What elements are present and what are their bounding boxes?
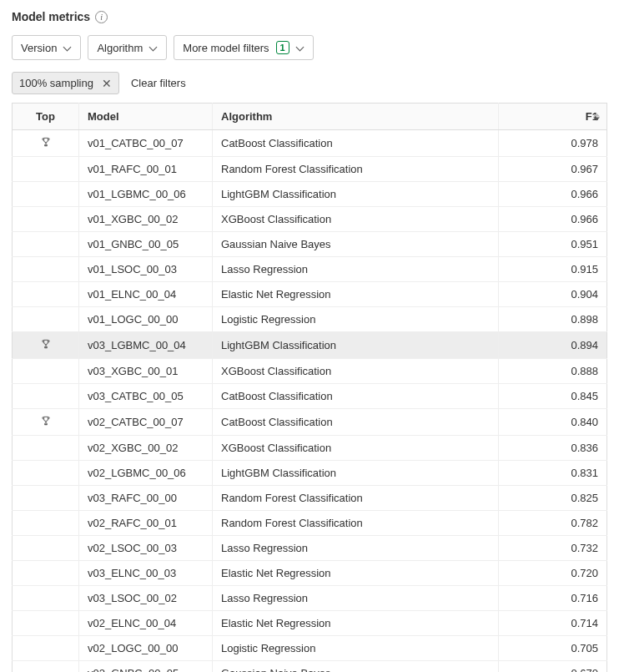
cell-algorithm: Random Forest Classification — [213, 157, 499, 182]
table-row[interactable]: v02_GNBC_00_05Gaussian Naive Bayes0.670 — [13, 661, 607, 673]
cell-top — [13, 409, 79, 436]
cell-algorithm: LightGBM Classification — [213, 182, 499, 207]
cell-top — [13, 384, 79, 409]
algorithm-filter-button[interactable]: Algorithm — [88, 35, 167, 60]
cell-algorithm: Random Forest Classification — [213, 511, 499, 536]
table-row[interactable]: v02_CATBC_00_07CatBoost Classification0.… — [13, 409, 607, 436]
cell-f1: 0.716 — [499, 586, 607, 611]
table-row[interactable]: v01_XGBC_00_02XGBoost Classification0.96… — [13, 207, 607, 232]
cell-f1: 0.714 — [499, 611, 607, 636]
cell-f1: 0.967 — [499, 157, 607, 182]
info-icon[interactable]: i — [95, 11, 108, 23]
table-row[interactable]: v02_ELNC_00_04Elastic Net Regression0.71… — [13, 611, 607, 636]
sort-down-icon — [593, 117, 600, 120]
cell-f1: 0.894 — [499, 332, 607, 359]
table-row[interactable]: v03_ELNC_00_03Elastic Net Regression0.72… — [13, 561, 607, 586]
cell-f1: 0.732 — [499, 536, 607, 561]
cell-algorithm: LightGBM Classification — [213, 332, 499, 359]
more-filters-label: More model filters — [183, 42, 269, 54]
cell-top — [13, 486, 79, 511]
table-row[interactable]: v01_LSOC_00_03Lasso Regression0.915 — [13, 257, 607, 282]
cell-model: v03_LGBMC_00_04 — [79, 332, 213, 359]
table-row[interactable]: v03_CATBC_00_05CatBoost Classification0.… — [13, 384, 607, 409]
table-row[interactable]: v02_RAFC_00_01Random Forest Classificati… — [13, 511, 607, 536]
sort-up-icon — [593, 113, 600, 116]
trophy-icon — [40, 417, 52, 429]
more-filters-button[interactable]: More model filters 1 — [174, 35, 313, 60]
cell-model: v02_LGBMC_00_06 — [79, 461, 213, 486]
sort-indicator — [593, 113, 600, 120]
clear-filters-link[interactable]: Clear filters — [131, 77, 186, 89]
more-filters-count-badge: 1 — [276, 41, 289, 54]
table-row[interactable]: v01_CATBC_00_07CatBoost Classification0.… — [13, 130, 607, 157]
cell-algorithm: XGBoost Classification — [213, 436, 499, 461]
cell-algorithm: Elastic Net Regression — [213, 282, 499, 307]
table-row[interactable]: v01_GNBC_00_05Gaussian Naive Bayes0.951 — [13, 232, 607, 257]
column-header-f1[interactable]: F1 — [499, 104, 607, 130]
cell-top — [13, 307, 79, 332]
cell-model: v03_ELNC_00_03 — [79, 561, 213, 586]
cell-f1: 0.845 — [499, 384, 607, 409]
cell-model: v03_XGBC_00_01 — [79, 359, 213, 384]
cell-f1: 0.825 — [499, 486, 607, 511]
cell-model: v01_LOGC_00_00 — [79, 307, 213, 332]
cell-algorithm: Logistic Regression — [213, 636, 499, 661]
trophy-icon — [40, 340, 52, 352]
table-row[interactable]: v01_RAFC_00_01Random Forest Classificati… — [13, 157, 607, 182]
column-header-top[interactable]: Top — [13, 104, 79, 130]
table-row[interactable]: v02_LOGC_00_00Logistic Regression0.705 — [13, 636, 607, 661]
cell-model: v02_XGBC_00_02 — [79, 436, 213, 461]
close-icon[interactable]: ✕ — [102, 78, 112, 89]
table-row[interactable]: v01_ELNC_00_04Elastic Net Regression0.90… — [13, 282, 607, 307]
chevron-down-icon — [63, 43, 72, 52]
table-row[interactable]: v03_XGBC_00_01XGBoost Classification0.88… — [13, 359, 607, 384]
column-header-model[interactable]: Model — [79, 104, 213, 130]
cell-model: v01_XGBC_00_02 — [79, 207, 213, 232]
table-body: v01_CATBC_00_07CatBoost Classification0.… — [13, 130, 607, 673]
table-row[interactable]: v02_LGBMC_00_06LightGBM Classification0.… — [13, 461, 607, 486]
table-row[interactable]: v02_LSOC_00_03Lasso Regression0.732 — [13, 536, 607, 561]
cell-model: v02_LOGC_00_00 — [79, 636, 213, 661]
cell-f1: 0.840 — [499, 409, 607, 436]
cell-top — [13, 611, 79, 636]
cell-model: v02_ELNC_00_04 — [79, 611, 213, 636]
cell-model: v01_CATBC_00_07 — [79, 130, 213, 157]
cell-top — [13, 130, 79, 157]
filter-chip-sampling[interactable]: 100% sampling ✕ — [12, 72, 119, 94]
cell-model: v01_RAFC_00_01 — [79, 157, 213, 182]
cell-algorithm: Elastic Net Regression — [213, 561, 499, 586]
table-row[interactable]: v02_XGBC_00_02XGBoost Classification0.83… — [13, 436, 607, 461]
chevron-down-icon — [149, 43, 158, 52]
version-filter-button[interactable]: Version — [12, 35, 81, 60]
filter-chip-label: 100% sampling — [19, 77, 93, 89]
cell-top — [13, 586, 79, 611]
table-row[interactable]: v01_LGBMC_00_06LightGBM Classification0.… — [13, 182, 607, 207]
cell-f1: 0.898 — [499, 307, 607, 332]
cell-algorithm: Logistic Regression — [213, 307, 499, 332]
cell-f1: 0.670 — [499, 661, 607, 673]
table-row[interactable]: v03_LSOC_00_02Lasso Regression0.716 — [13, 586, 607, 611]
cell-algorithm: XGBoost Classification — [213, 359, 499, 384]
cell-f1: 0.836 — [499, 436, 607, 461]
cell-top — [13, 182, 79, 207]
cell-model: v02_RAFC_00_01 — [79, 511, 213, 536]
cell-top — [13, 207, 79, 232]
cell-model: v02_GNBC_00_05 — [79, 661, 213, 673]
algorithm-filter-label: Algorithm — [97, 42, 143, 54]
cell-f1: 0.705 — [499, 636, 607, 661]
cell-model: v01_ELNC_00_04 — [79, 282, 213, 307]
cell-top — [13, 257, 79, 282]
cell-top — [13, 536, 79, 561]
cell-model: v02_CATBC_00_07 — [79, 409, 213, 436]
cell-top — [13, 661, 79, 673]
cell-algorithm: Gaussian Naive Bayes — [213, 661, 499, 673]
table-row[interactable]: v03_LGBMC_00_04LightGBM Classification0.… — [13, 332, 607, 359]
filter-bar: Version Algorithm More model filters 1 — [12, 35, 607, 60]
table-row[interactable]: v01_LOGC_00_00Logistic Regression0.898 — [13, 307, 607, 332]
page-title: Model metrics — [12, 10, 90, 23]
cell-f1: 0.888 — [499, 359, 607, 384]
table-header-row: Top Model Algorithm F1 — [13, 104, 607, 130]
cell-f1: 0.978 — [499, 130, 607, 157]
column-header-algorithm[interactable]: Algorithm — [213, 104, 499, 130]
table-row[interactable]: v03_RAFC_00_00Random Forest Classificati… — [13, 486, 607, 511]
